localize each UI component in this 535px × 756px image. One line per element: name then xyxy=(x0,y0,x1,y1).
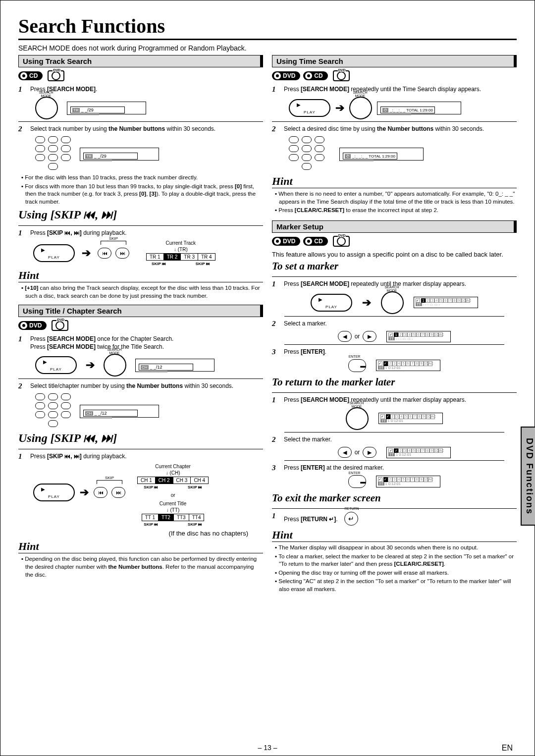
return-marker-heading: To return to the marker later xyxy=(272,376,517,388)
enter-button-icon: ENTER▬ xyxy=(348,475,366,488)
intro-text: SEARCH MODE does not work during Program… xyxy=(18,44,517,52)
time-step2: Select a desired disc time by using the … xyxy=(284,125,517,133)
marker-set-step2: Select a marker. xyxy=(284,320,517,328)
hint-heading: Hint xyxy=(18,540,263,553)
disc-badge-dvd: DVD xyxy=(18,321,47,330)
set-marker-heading: To set a marker xyxy=(272,260,517,272)
arrow-icon: ➔ xyxy=(82,247,91,260)
marker-intro: This feature allows you to assign a spec… xyxy=(272,251,517,258)
current-track-label: Current Track xyxy=(166,240,196,246)
video-disc-icon: DVD xyxy=(333,70,350,81)
search-mode-button-icon: SEARCH MODE xyxy=(35,97,58,119)
disc-badge-cd: CD xyxy=(18,71,43,80)
marker-display: ✓✓2345678910ACTT1 0:12:01 xyxy=(376,476,440,487)
track-box: TR 1TR 2TR 3TR 4 xyxy=(146,253,215,261)
title-step1: Press [SEARCH MODE] once for the Chapter… xyxy=(30,335,263,351)
search-mode-button-icon: SEARCH MODE xyxy=(346,407,369,430)
disc-badge-dvd: DVD xyxy=(272,237,300,246)
display-box: TR_ _/29 xyxy=(80,148,159,161)
marker-ret-step2: Select the marker. xyxy=(284,435,517,444)
section-track-search: Using Track Search xyxy=(18,55,263,67)
play-icon: PLAY xyxy=(289,99,330,117)
skip-buttons-icon: ⏮⏭ xyxy=(94,487,125,498)
arrow-icon: ➔ xyxy=(86,359,95,372)
display-box: CH_ _/12 xyxy=(80,405,159,418)
title-box: TT 1TT2TT3TT4 xyxy=(142,514,205,521)
marker-set-step3: Press [ENTER]. xyxy=(284,348,517,356)
marker-ret-step1: Press [SEARCH MODE] repeatedly until the… xyxy=(284,396,517,404)
hint-heading: Hint xyxy=(18,269,263,282)
marker-exit-step1: Press [RETURN ↵]. RETURN↵ xyxy=(284,512,517,526)
using-skip-heading: Using [SKIP ⏮, ⏭] xyxy=(18,208,263,221)
section-time-search: Using Time Search xyxy=(272,55,517,67)
left-right-buttons: ◀or▶ xyxy=(338,447,377,458)
video-disc-icon: DVD xyxy=(333,236,350,247)
display-box: CH_ _/12 xyxy=(135,359,214,372)
marker-hints: The Marker display will disappear in abo… xyxy=(272,544,517,593)
no-chapters-note: (If the disc has no chapters) xyxy=(18,530,263,537)
marker-display: ✓✓2345678910ACTT1 0:12:01 xyxy=(386,447,451,458)
side-tab: DVD Functions xyxy=(521,427,535,526)
marker-display: ✓12345678910ACTT- - - -:- -:- - xyxy=(414,297,478,308)
return-button-icon: RETURN↵ xyxy=(344,512,358,526)
skip2-step1: Press [SKIP ⏮, ⏭] during playback. xyxy=(30,452,263,461)
time-step1: Press [SEARCH MODE] repeatedly until the… xyxy=(284,85,517,94)
skip2-hints: Depending on the disc being played, this… xyxy=(18,555,263,579)
play-icon: PLAY xyxy=(311,294,352,312)
video-disc-icon: DVD xyxy=(48,70,64,81)
skip1-step1: Press [SKIP ⏮, ⏭] during playback. xyxy=(30,229,263,237)
section-title-search: Using Title / Chapter Search xyxy=(18,305,263,317)
number-pad-icon xyxy=(35,393,71,429)
skip1-hints: [+10] can also bring the Track search di… xyxy=(18,284,263,300)
marker-display: ✓✓2345678910ACTT1 0:12:01 xyxy=(376,360,440,371)
arrow-icon: ➔ xyxy=(80,486,89,499)
page-title: Search Functions xyxy=(18,14,517,40)
disc-badge-dvd: DVD xyxy=(272,71,300,80)
left-column: Using Track Search CD DVD 1Press [SEARCH… xyxy=(18,55,263,594)
right-column: Using Time Search DVD CD DVD 1Press [SEA… xyxy=(272,55,517,594)
left-right-buttons: ◀or▶ xyxy=(338,331,377,342)
exit-marker-heading: To exit the marker screen xyxy=(272,492,517,504)
track-step2: Select track number by using the Number … xyxy=(30,125,263,133)
hint-heading: Hint xyxy=(272,529,517,542)
arrow-icon: ➔ xyxy=(335,102,344,114)
enter-button-icon: ENTER▬ xyxy=(348,359,366,372)
chapter-box: CH 1CH 2CH 3CH 4 xyxy=(137,477,209,484)
section-marker: Marker Setup xyxy=(272,220,517,233)
play-icon: PLAY xyxy=(35,356,77,374)
disc-badge-cd: CD xyxy=(303,71,327,80)
play-icon: PLAY xyxy=(33,244,75,262)
search-mode-button-icon: SEARCH MODE xyxy=(349,97,372,119)
track-notes: For the disc with less than 10 tracks, p… xyxy=(18,174,263,206)
play-icon: PLAY xyxy=(33,484,75,501)
using-skip-heading-2: Using [SKIP ⏮, ⏭] xyxy=(18,431,263,445)
search-mode-button-icon: SEARCH MODE xyxy=(381,291,404,314)
hint-heading: Hint xyxy=(272,175,517,188)
search-mode-button-icon: SEARCH MODE xyxy=(104,354,126,377)
skip-buttons-icon: ⏮⏭ xyxy=(98,248,129,259)
display-box: TR_ _/29 xyxy=(67,102,146,115)
number-pad-icon xyxy=(35,136,71,172)
marker-ret-step3: Press [ENTER] at the desired marker. xyxy=(284,464,517,472)
video-disc-icon: DVD xyxy=(52,320,68,331)
number-pad-icon xyxy=(289,136,324,172)
display-box: ⏱_:_ _:_ _ TOTAL 1:29:00 xyxy=(377,102,461,115)
disc-badge-cd: CD xyxy=(303,237,327,246)
title-step2: Select title/chapter number by using the… xyxy=(30,382,263,390)
marker-display: ✓12345678910ACTT- - - -:- -:- - xyxy=(386,331,451,342)
page-footer: – 13 – EN xyxy=(0,744,535,752)
time-hints: When there is no need to enter a number,… xyxy=(272,190,517,215)
display-box: ⏱_:_ _:_ _ TOTAL 1:29:00 xyxy=(339,148,424,161)
marker-display: ✓✓2345678910ACTT1 0:12:01 xyxy=(378,413,443,424)
